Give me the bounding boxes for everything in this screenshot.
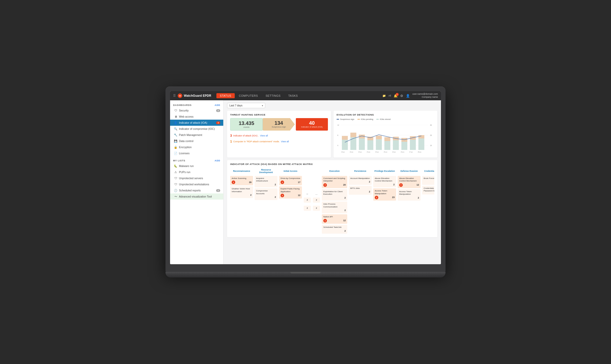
- sidebar-item-ioc[interactable]: 🔍 Indicator of compromise (IOC): [170, 126, 223, 132]
- mitre-card-ghather[interactable]: Ghather Victim Host Information 2: [230, 186, 253, 198]
- sidebar-label-licenses: Licenses: [179, 152, 220, 155]
- sidebar-label-data: Data control: [179, 139, 220, 143]
- svg-text:25 jun.: 25 jun.: [375, 151, 379, 153]
- sidebar-item-pups[interactable]: ⚠ PUPs run: [170, 169, 223, 175]
- dashboards-header: DASHBOARDS Add: [170, 102, 223, 107]
- mitre-header-defense: Defense Evasion: [398, 167, 421, 175]
- mitre-card-access-token-def[interactable]: Access Token Manipulation 2: [398, 189, 421, 201]
- svg-rect-12: [367, 140, 373, 150]
- sidebar-item-data-control[interactable]: 💾 Data control: [170, 138, 223, 144]
- sidebar-label-unprotected-workstations: Unprotected workstations: [179, 183, 220, 186]
- server-shield-icon: 🛡: [174, 176, 177, 180]
- folder-icon[interactable]: 📁: [382, 94, 386, 97]
- nav-right: 📁 All 🔔 1 ⚙ 👤 user.name@domain.com Compa…: [382, 93, 438, 99]
- svg-text:2K: 2K: [430, 134, 432, 136]
- mitre-card-compromise-accounts[interactable]: Compromise Accounts 2: [255, 188, 277, 200]
- mitre-card-account-manip[interactable]: Account Manipulation 2: [349, 176, 372, 185]
- events-label: events: [234, 126, 259, 128]
- mitre-header-credential: Credential Access: [422, 167, 434, 175]
- tab-tasks[interactable]: TASKS: [285, 93, 301, 98]
- legend-dot-suspicious: [337, 119, 339, 120]
- cmd-badge: 3: [323, 183, 327, 187]
- mitre-card-abuse-elev-def[interactable]: Abuse Elevation Control Mechanism 3 12: [398, 176, 421, 188]
- svg-text:8: 8: [337, 134, 338, 136]
- mitre-card-bits-jobs[interactable]: BITS Jobs 2: [349, 186, 372, 195]
- suspicious-number: 134: [266, 120, 291, 126]
- sidebar-item-ioa[interactable]: 👤 Indicator of attack (IOA) 3: [170, 120, 223, 126]
- mitre-header-recon: Reconnaissance: [230, 167, 253, 175]
- tab-status[interactable]: STATUS: [216, 93, 235, 98]
- alert-count-1: 3: [230, 133, 232, 138]
- mitre-col-recon: Reconnaissance Active Scanning 3 26: [230, 167, 253, 235]
- user-icon[interactable]: 👤: [406, 94, 410, 98]
- date-select-wrapper: Last 7 days Last 14 days Last 30 days ▼: [227, 103, 265, 108]
- mitre-card-abuse-elev[interactable]: Abuse Elevation Control Mechanism 2: [373, 176, 396, 187]
- sidebar-label-security: Security: [179, 109, 215, 112]
- add-dashboard-button[interactable]: Add: [215, 104, 220, 106]
- mitre-narrow-card-2a[interactable]: 2: [313, 198, 320, 203]
- mitre-card-exploit-client[interactable]: Exploitation for Client Execution 2: [322, 189, 347, 201]
- mitre-header-persistence: Persistence: [349, 167, 372, 175]
- search-icon: 🔍: [174, 127, 177, 131]
- sidebar-item-unprotected-workstations[interactable]: 🛡 Unprotected workstations: [170, 181, 223, 187]
- brand-logo: W: [178, 93, 182, 98]
- content-area: Last 7 days Last 14 days Last 30 days ▼: [224, 100, 441, 264]
- sidebar-item-unprotected-servers[interactable]: 🛡 Unprotected servers: [170, 175, 223, 181]
- sidebar-item-licenses[interactable]: 📄 Licenses: [170, 150, 223, 156]
- add-list-button[interactable]: Add: [215, 159, 220, 162]
- svg-text:25 jun.: 25 jun.: [384, 151, 387, 153]
- sidebar-label-malware: Malware run: [179, 164, 220, 167]
- lock-icon: 🔒: [174, 145, 177, 149]
- sidebar-item-encryption[interactable]: 🔒 Encryption: [170, 144, 223, 150]
- mitre-card-exploit-public[interactable]: Exploit Public-Facing Application 3 12: [279, 186, 302, 199]
- date-select[interactable]: Last 7 days Last 14 days Last 30 days: [227, 103, 265, 108]
- svg-rect-10: [350, 137, 356, 150]
- mitre-col-resource: Resource Development Acquiere infrastruc…: [255, 167, 277, 235]
- data-icon: 💾: [174, 139, 177, 143]
- pup-icon: ⚠: [174, 170, 177, 174]
- notification-badge: 1: [396, 93, 399, 96]
- sidebar-item-scheduled-reports[interactable]: 🕐 Scheduled reports 2: [170, 187, 223, 193]
- user-circle-icon: 👤: [174, 121, 177, 124]
- sidebar-label-unprotected-servers: Unprotected servers: [179, 177, 220, 180]
- driveby-badge: 3: [281, 180, 284, 184]
- sidebar-item-security[interactable]: 🛡 Security 2: [170, 107, 223, 114]
- bug-icon: 🐛: [174, 164, 177, 168]
- settings-icon[interactable]: ⚙: [400, 94, 403, 98]
- sidebar-item-web-access[interactable]: 🖥 Web access: [170, 114, 223, 120]
- sidebar-item-patch[interactable]: 🔧 Patch Management: [170, 132, 223, 138]
- sidebar-item-advanced-viz[interactable]: 〜 Advanced visualization Tool: [170, 193, 223, 200]
- mitre-card-brute-force[interactable]: Brute Force 2: [422, 176, 434, 185]
- mitre-card-cmd-script[interactable]: Command and Scripting Interpreter 3 20: [322, 176, 347, 188]
- sidebar: DASHBOARDS Add 🛡 Security 2 🖥 Web access: [170, 100, 224, 264]
- mitre-card-creds-password[interactable]: Credentials from Password Stores: [422, 186, 434, 194]
- mitre-narrow-card-1a[interactable]: 2: [304, 198, 311, 203]
- alert-line-1: 3 Indicator of attack (IOA) . View all: [230, 133, 328, 138]
- mitre-card-access-token-priv[interactable]: Access Token Manipulation 3 23: [373, 188, 396, 201]
- threat-hunting-title: THREAT HUNTING SERVICE: [230, 113, 328, 116]
- mitre-col-priv-esc: Privilege Escalation Abuse Elevation Con…: [373, 167, 396, 235]
- mitre-card-active-scanning[interactable]: Active Scanning 3 26: [230, 176, 253, 185]
- mitre-card-native-api[interactable]: Native API 3 12: [322, 214, 347, 224]
- sidebar-label-pups: PUPs run: [179, 171, 220, 174]
- alert-link-1[interactable]: View all: [260, 134, 268, 138]
- threat-alerts: 3 Indicator of attack (IOA) . View all 1…: [230, 133, 328, 145]
- mitre-narrow-card-1b[interactable]: 2: [304, 206, 311, 211]
- mitre-card-driveby[interactable]: Drive-by Compromise 3 17: [279, 176, 302, 185]
- tab-computers[interactable]: COMPUTERS: [235, 93, 261, 98]
- workstation-shield-icon: 🛡: [174, 183, 177, 186]
- mitre-header-initial: Initial Access: [279, 167, 302, 175]
- svg-text:26 jun.: 26 jun.: [401, 151, 405, 153]
- mitre-card-acquiere[interactable]: Acquiere infrastructure 2: [255, 176, 277, 187]
- mitre-card-scheduled-task[interactable]: Scheduled Task/Job 2: [322, 225, 347, 234]
- mitre-card-interprocess[interactable]: Inter-Process Communication 2: [322, 202, 347, 213]
- alert-link-2[interactable]: View all: [281, 139, 289, 144]
- tab-settings[interactable]: SETTINGS: [262, 93, 284, 98]
- grid-icon[interactable]: ⠿: [173, 94, 176, 98]
- sidebar-label-encryption: Encryption: [179, 146, 220, 149]
- mitre-narrow-card-2b[interactable]: 2: [313, 206, 320, 211]
- security-badge: 2: [216, 109, 220, 112]
- mitre-col-execution: Execution Command and Scripting Interpre…: [322, 167, 347, 235]
- svg-rect-20: [350, 133, 356, 137]
- sidebar-item-malware[interactable]: 🐛 Malware run: [170, 163, 223, 169]
